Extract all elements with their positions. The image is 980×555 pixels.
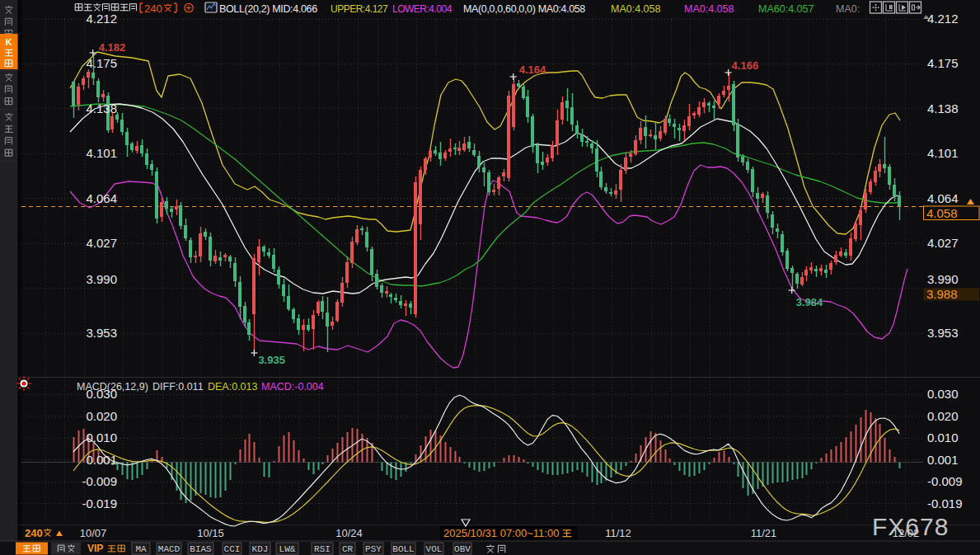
svg-text:4.101: 4.101 [927, 146, 959, 160]
svg-text:OBV: OBV [454, 544, 471, 554]
svg-text:12/02: 12/02 [893, 527, 920, 539]
svg-text:KDJ: KDJ [252, 544, 269, 554]
svg-text:3.990: 3.990 [927, 272, 959, 286]
svg-text:4.101: 4.101 [86, 146, 117, 160]
svg-text:0.001: 0.001 [927, 453, 959, 467]
svg-text:MA0:4.058: MA0:4.058 [684, 3, 734, 15]
svg-text:3.990: 3.990 [86, 272, 117, 286]
svg-text:MA0:4.058: MA0:4.058 [611, 3, 661, 15]
svg-text:LOWER:4.004: LOWER:4.004 [392, 3, 452, 15]
svg-text:-0.019: -0.019 [927, 496, 963, 510]
svg-text:4.164: 4.164 [519, 63, 546, 76]
svg-text:BOLL(20,2) MID:4.066: BOLL(20,2) MID:4.066 [219, 3, 317, 15]
svg-text:CR: CR [342, 544, 354, 554]
svg-text:4.166: 4.166 [732, 59, 759, 72]
svg-text:0.010: 0.010 [86, 430, 117, 444]
svg-text:DIFF:0.011: DIFF:0.011 [152, 381, 204, 393]
svg-text:PSY: PSY [365, 544, 382, 554]
svg-text:K: K [6, 37, 12, 47]
svg-text:4.064: 4.064 [927, 191, 959, 205]
svg-text:0.001: 0.001 [86, 453, 117, 467]
svg-text:11/12: 11/12 [605, 527, 631, 539]
svg-text:4.058: 4.058 [926, 206, 958, 220]
svg-text:3.988: 3.988 [926, 287, 958, 301]
svg-text:MACD: MACD [158, 544, 181, 554]
svg-text:CCI: CCI [224, 544, 241, 554]
svg-text:240: 240 [144, 2, 162, 15]
svg-text:3.935: 3.935 [258, 354, 285, 366]
svg-text:3.953: 3.953 [927, 326, 959, 340]
svg-text:MA: MA [135, 544, 147, 554]
svg-text:240: 240 [25, 527, 43, 539]
svg-text:LW&: LW& [279, 544, 296, 554]
svg-text:4.138: 4.138 [927, 101, 959, 115]
svg-text:10/24: 10/24 [335, 527, 363, 539]
svg-text:-0.009: -0.009 [82, 474, 117, 488]
svg-text:VIP: VIP [87, 543, 103, 554]
svg-text:4.212: 4.212 [86, 12, 117, 26]
svg-text:MA0:: MA0: [836, 3, 860, 15]
svg-text:3.953: 3.953 [86, 326, 117, 340]
svg-text:MA(0,0,0,60,0,0) MA0:4.058: MA(0,0,0,60,0,0) MA0:4.058 [463, 3, 585, 15]
svg-text:10/07: 10/07 [80, 527, 107, 539]
svg-text:RSI: RSI [314, 544, 331, 554]
svg-text:4.212: 4.212 [927, 12, 959, 26]
svg-text:0.020: 0.020 [927, 409, 959, 423]
svg-text:3.984: 3.984 [796, 296, 823, 308]
svg-text:VOL: VOL [426, 544, 443, 554]
svg-text:4.027: 4.027 [86, 236, 117, 250]
svg-text:BOLL: BOLL [392, 544, 414, 554]
svg-text:BIAS: BIAS [190, 544, 212, 554]
svg-text:-0.009: -0.009 [927, 474, 963, 488]
svg-text:4.027: 4.027 [927, 236, 959, 250]
svg-text:4.138: 4.138 [86, 101, 117, 115]
svg-text:4.175: 4.175 [86, 56, 117, 70]
svg-text:MACD(26,12,9): MACD(26,12,9) [77, 381, 148, 393]
svg-text:4.064: 4.064 [86, 191, 117, 205]
svg-text:10/15: 10/15 [197, 527, 224, 539]
svg-text:4.175: 4.175 [927, 56, 959, 70]
svg-text:MA60:4.057: MA60:4.057 [758, 3, 814, 15]
svg-text:11/21: 11/21 [751, 527, 777, 539]
svg-text:0.030: 0.030 [927, 387, 959, 401]
svg-text:UPPER:4.127: UPPER:4.127 [331, 3, 388, 15]
svg-text:DEA:0.013: DEA:0.013 [208, 381, 258, 393]
svg-text:0.010: 0.010 [927, 430, 959, 444]
svg-text:-0.019: -0.019 [82, 496, 117, 510]
svg-text:0.020: 0.020 [86, 409, 117, 423]
svg-text:2025/10/31 07:00~11:00: 2025/10/31 07:00~11:00 [443, 527, 559, 539]
svg-text:4.182: 4.182 [99, 41, 126, 54]
svg-text:MACD:-0.004: MACD:-0.004 [261, 381, 324, 393]
